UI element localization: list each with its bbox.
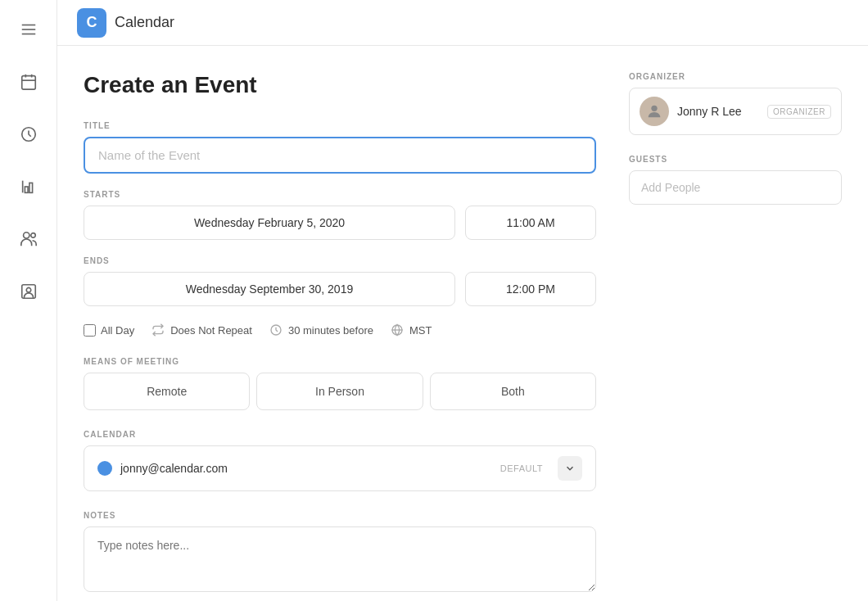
calendar-chevron-icon[interactable] [558, 456, 582, 481]
starts-date[interactable]: Wednesday February 5, 2020 [84, 206, 455, 240]
timezone-label: MST [409, 324, 432, 337]
timezone-icon [390, 323, 405, 337]
guests-section: GUESTS [629, 155, 842, 205]
svg-point-14 [26, 287, 31, 292]
timezone-option[interactable]: MST [390, 323, 432, 337]
starts-row: Wednesday February 5, 2020 11:00 AM [84, 206, 596, 240]
chart-nav-icon[interactable] [12, 170, 45, 203]
svg-point-12 [30, 233, 35, 238]
reminder-icon [269, 323, 283, 337]
calendar-default-badge: DEFAULT [500, 463, 543, 473]
organizer-badge: ORGANIZER [767, 105, 831, 119]
calendar-color-dot [97, 461, 112, 476]
repeat-label: Does Not Repeat [170, 324, 252, 337]
menu-icon[interactable] [12, 13, 45, 46]
reminder-option[interactable]: 30 minutes before [269, 323, 373, 337]
repeat-icon [151, 323, 165, 337]
avatar [640, 97, 669, 126]
svg-point-11 [23, 233, 29, 238]
calendar-label: CALENDAR [84, 430, 596, 439]
people-nav-icon[interactable] [12, 223, 45, 255]
svg-rect-10 [29, 183, 32, 192]
all-day-checkbox[interactable]: All Day [84, 324, 134, 337]
means-field-group: MEANS OF MEETING Remote In Person Both [84, 357, 596, 410]
calendar-selector[interactable]: jonny@calendar.com DEFAULT [84, 445, 596, 491]
ends-label: ENDS [84, 256, 596, 265]
calendar-field-group: CALENDAR jonny@calendar.com DEFAULT [84, 430, 596, 491]
starts-field-group: STARTS Wednesday February 5, 2020 11:00 … [84, 190, 596, 240]
organizer-name: Jonny R Lee [677, 105, 759, 118]
svg-rect-9 [25, 187, 28, 192]
guests-input[interactable] [629, 170, 842, 205]
options-row: All Day Does Not Repeat [84, 323, 596, 337]
app-name: Calendar [115, 14, 174, 31]
notes-label: NOTES [84, 511, 596, 520]
contact-nav-icon[interactable] [12, 275, 45, 308]
ends-field-group: ENDS Wednesday September 30, 2019 12:00 … [84, 256, 596, 306]
means-label: MEANS OF MEETING [84, 357, 596, 366]
title-field-group: TITLE [84, 121, 596, 174]
starts-label: STARTS [84, 190, 596, 199]
starts-time[interactable]: 11:00 AM [465, 206, 596, 240]
meeting-inperson-button[interactable]: In Person [256, 373, 423, 410]
repeat-option[interactable]: Does Not Repeat [151, 323, 252, 337]
reminder-label: 30 minutes before [288, 324, 373, 337]
all-day-input[interactable] [84, 324, 96, 337]
main-area: C Calendar Create an Event TITLE STARTS … [57, 0, 868, 601]
title-label: TITLE [84, 121, 596, 130]
organizer-row: Jonny R Lee ORGANIZER [629, 88, 842, 135]
sidebar [0, 0, 57, 601]
content-wrapper: Create an Event TITLE STARTS Wednesday F… [57, 46, 868, 601]
meeting-remote-button[interactable]: Remote [84, 373, 250, 410]
calendar-nav-icon[interactable] [12, 66, 45, 98]
notes-field-group: NOTES [84, 511, 596, 595]
meeting-both-button[interactable]: Both [430, 373, 596, 410]
calendar-email: jonny@calendar.com [120, 462, 492, 475]
ends-time[interactable]: 12:00 PM [465, 272, 596, 306]
svg-point-17 [651, 106, 657, 111]
svg-rect-3 [21, 76, 35, 90]
ends-date[interactable]: Wednesday September 30, 2019 [84, 272, 455, 306]
meeting-buttons: Remote In Person Both [84, 373, 596, 410]
organizer-label: ORGANIZER [629, 72, 842, 81]
all-day-label: All Day [101, 324, 134, 337]
app-logo: C [77, 8, 106, 38]
title-input[interactable] [84, 137, 596, 174]
notes-textarea[interactable] [84, 526, 596, 592]
app-header: C Calendar [57, 0, 868, 46]
page-title: Create an Event [84, 72, 596, 98]
organizer-section: ORGANIZER Jonny R Lee ORGANIZER [629, 72, 842, 135]
guests-label: GUESTS [629, 155, 842, 164]
clock-nav-icon[interactable] [12, 118, 45, 151]
create-event-form: Create an Event TITLE STARTS Wednesday F… [84, 72, 596, 575]
ends-row: Wednesday September 30, 2019 12:00 PM [84, 272, 596, 306]
right-panel: ORGANIZER Jonny R Lee ORGANIZER GUESTS [629, 72, 842, 575]
